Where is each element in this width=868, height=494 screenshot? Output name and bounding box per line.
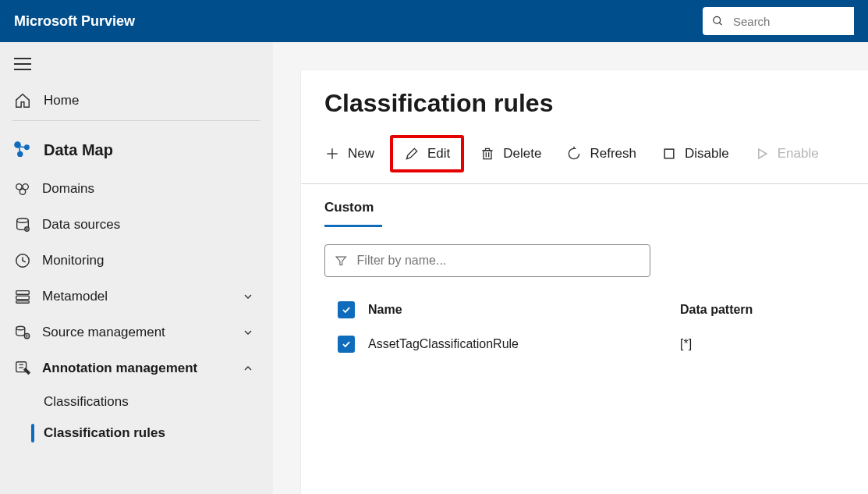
svg-point-12	[19, 189, 25, 194]
annotation-management-icon	[14, 360, 31, 377]
sidebar-subitem-classification-rules[interactable]: Classification rules	[0, 418, 273, 449]
hamburger-icon	[14, 58, 31, 70]
svg-rect-19	[16, 296, 30, 300]
row-checkbox[interactable]	[338, 336, 355, 353]
sidebar-item-data-sources[interactable]: Data sources	[0, 207, 273, 243]
check-icon	[341, 304, 352, 315]
row-name: AssetTagClassificationRule	[368, 337, 680, 351]
app-title: Microsoft Purview	[14, 13, 703, 30]
refresh-icon	[566, 146, 582, 162]
sidebar-subitem-classifications[interactable]: Classifications	[0, 386, 273, 418]
svg-line-8	[19, 147, 26, 147]
svg-line-9	[19, 147, 20, 153]
toolbar: New Edit Delete Refresh Disable Enable	[301, 135, 868, 184]
new-button[interactable]: New	[315, 140, 384, 168]
source-management-icon	[14, 324, 31, 341]
enable-icon	[754, 146, 770, 162]
rules-table: Name Data pattern AssetTagClassification…	[324, 293, 868, 361]
sidebar-label: Monitoring	[42, 253, 104, 268]
edit-button[interactable]: Edit	[390, 135, 464, 172]
svg-marker-31	[759, 149, 767, 158]
sidebar-item-metamodel[interactable]: Metamodel	[0, 279, 273, 315]
svg-rect-20	[16, 301, 30, 304]
svg-marker-32	[336, 257, 345, 265]
select-all-checkbox[interactable]	[338, 301, 355, 318]
table-header: Name Data pattern	[324, 293, 868, 327]
toolbar-label: Disable	[685, 146, 729, 162]
sidebar-label: Metamodel	[42, 289, 108, 304]
sidebar-label: Data sources	[42, 217, 120, 233]
sidebar: Home Data Map Domains Data sources	[0, 42, 273, 494]
home-icon	[14, 92, 31, 109]
row-pattern: [*]	[680, 337, 836, 351]
check-icon	[341, 339, 352, 350]
svg-point-0	[714, 16, 721, 23]
search-input[interactable]	[732, 14, 845, 29]
pencil-icon	[404, 146, 420, 162]
data-sources-icon	[14, 216, 31, 233]
sidebar-group-label: Data Map	[44, 141, 113, 159]
top-bar: Microsoft Purview	[0, 0, 868, 42]
chevron-down-icon	[242, 290, 254, 303]
svg-rect-18	[16, 291, 30, 295]
sidebar-group-data-map[interactable]: Data Map	[0, 133, 273, 171]
toolbar-label: Edit	[427, 146, 450, 162]
hamburger-menu[interactable]	[0, 53, 273, 84]
search-icon	[712, 14, 724, 28]
sidebar-item-source-management[interactable]: Source management	[0, 315, 273, 350]
trash-icon	[480, 146, 495, 162]
tabs: Custom	[301, 184, 868, 227]
sidebar-label: Source management	[42, 325, 165, 340]
search-box[interactable]	[703, 7, 854, 35]
svg-rect-26	[484, 151, 491, 159]
toolbar-label: New	[348, 146, 374, 162]
sidebar-label: Annotation management	[42, 361, 197, 376]
sidebar-divider	[12, 120, 260, 121]
monitoring-icon	[14, 252, 31, 269]
sidebar-item-home[interactable]: Home	[0, 84, 273, 120]
sidebar-label: Domains	[42, 181, 94, 197]
column-header-pattern[interactable]: Data pattern	[680, 303, 836, 317]
metamodel-icon	[14, 288, 31, 305]
main-content: Classification rules New Edit Delete Ref…	[301, 70, 868, 494]
sidebar-sublabel: Classifications	[44, 394, 129, 409]
svg-rect-30	[664, 149, 674, 158]
column-header-name[interactable]: Name	[368, 303, 680, 317]
disable-icon	[661, 146, 677, 162]
delete-button[interactable]: Delete	[470, 140, 551, 168]
filter-input[interactable]	[356, 253, 640, 268]
chevron-down-icon	[242, 326, 254, 339]
filter-icon	[335, 254, 348, 268]
svg-line-1	[719, 23, 721, 25]
chevron-up-icon	[242, 362, 254, 375]
sidebar-sublabel: Classification rules	[44, 425, 165, 440]
sidebar-item-domains[interactable]: Domains	[0, 171, 273, 207]
sidebar-item-annotation-management[interactable]: Annotation management	[0, 350, 273, 386]
refresh-button[interactable]: Refresh	[557, 140, 646, 168]
toolbar-label: Delete	[503, 146, 541, 162]
domains-icon	[14, 180, 31, 197]
sidebar-label-home: Home	[44, 93, 79, 108]
page-title: Classification rules	[324, 89, 868, 118]
svg-point-13	[17, 219, 29, 223]
enable-button: Enable	[745, 140, 828, 168]
toolbar-label: Enable	[778, 146, 819, 162]
plus-icon	[324, 146, 340, 162]
tab-custom[interactable]: Custom	[324, 195, 382, 227]
toolbar-label: Refresh	[590, 146, 636, 162]
filter-box[interactable]	[324, 244, 650, 277]
data-map-icon	[12, 140, 33, 160]
svg-point-21	[16, 326, 25, 330]
sidebar-item-monitoring[interactable]: Monitoring	[0, 243, 273, 279]
disable-button[interactable]: Disable	[652, 140, 739, 168]
table-row[interactable]: AssetTagClassificationRule [*]	[324, 327, 868, 361]
